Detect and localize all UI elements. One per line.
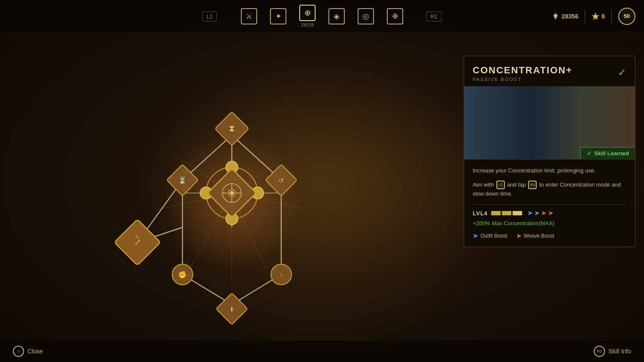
svg-point-69	[577, 118, 608, 140]
sparks-value: 8	[601, 13, 605, 20]
skill-desc2: Aim with L2 and tap R3 to enter Concentr…	[473, 181, 626, 199]
skill-info-button[interactable]: R2 Skill Info	[594, 346, 631, 357]
svg-point-61	[514, 104, 525, 120]
close-button[interactable]: ○ Close	[13, 346, 43, 357]
close-label: Close	[27, 348, 43, 355]
weapons-icon: ⚔	[241, 8, 257, 24]
divider	[585, 10, 585, 23]
learned-check-icon: ✓	[618, 66, 626, 78]
pip-2	[502, 211, 511, 215]
resources: 28356 8 50	[552, 8, 635, 25]
svg-marker-66	[537, 118, 539, 121]
svg-line-77	[605, 133, 611, 142]
svg-line-65	[517, 120, 539, 121]
weave-boost-label: Weave Boost	[524, 233, 554, 239]
nav-skills[interactable]: ✦	[270, 8, 286, 24]
svg-text:⬇: ⬇	[229, 306, 234, 313]
trigger-r1[interactable]: R1	[426, 12, 442, 21]
svg-line-62	[515, 118, 526, 123]
divider2	[611, 10, 612, 23]
boost-legend: ➤ Outfit Boost ➤ Weave Boost	[473, 232, 626, 240]
shards-icon	[552, 12, 559, 20]
outfit-boost-icon: ➤	[473, 232, 478, 240]
skill-tree-svg: ⧗ ⌛ ↺ ⤢ ⤡ ✊ ↑ ⬇	[103, 47, 361, 326]
outfit-boost-legend: ➤ Outfit Boost	[473, 232, 507, 240]
info-header: CONCENTRATION+ PASSIVE BOOST ✓	[464, 56, 635, 86]
skill-desc1: Increase your Concentration limit, prolo…	[473, 166, 626, 175]
trigger-l1[interactable]: L1	[202, 12, 217, 21]
svg-marker-1	[592, 13, 599, 20]
svg-point-71	[573, 118, 590, 131]
svg-text:⌛: ⌛	[178, 176, 187, 184]
nav-map[interactable]: ◎	[358, 8, 374, 24]
skill-title: CONCENTRATION+	[473, 65, 572, 76]
skill-learned-check: ✓	[587, 150, 592, 157]
svg-text:⤡: ⤡	[135, 233, 140, 240]
level-badge: 50	[618, 8, 635, 25]
quests-icon: ❉	[387, 8, 403, 24]
svg-point-70	[580, 119, 605, 135]
nav-focus[interactable]: ⊕ 29/29	[299, 5, 316, 27]
level-pips: ➤ ➤ ➤ ➤	[491, 210, 553, 217]
outfit-boost-label: Outfit Boost	[480, 233, 507, 239]
level-label: LVL4	[473, 210, 488, 217]
skill-tree-area: ⧗ ⌛ ↺ ⤢ ⤡ ✊ ↑ ⬇	[0, 32, 464, 341]
skill-info-icon: R2	[594, 346, 605, 357]
svg-line-63	[526, 120, 537, 123]
svg-point-73	[582, 121, 584, 124]
svg-line-76	[599, 136, 601, 146]
outfit-boost-arrow2: ➤	[534, 210, 540, 217]
sparks-icon	[592, 12, 599, 20]
weave-boost-arrow1: ➤	[541, 210, 547, 217]
weave-boost-legend: ➤ Weave Boost	[516, 232, 554, 240]
skill-learned-label: Skill Learned	[594, 150, 629, 157]
svg-line-75	[582, 136, 586, 146]
weave-boost-arrow2: ➤	[548, 210, 553, 217]
bottom-bar: ○ Close R2 Skill Info	[0, 341, 644, 362]
svg-marker-0	[553, 13, 558, 19]
nav-weapons[interactable]: ⚔	[241, 8, 257, 24]
svg-rect-57	[464, 86, 635, 133]
shards-value: 28356	[562, 13, 578, 20]
info-panel: CONCENTRATION+ PASSIVE BOOST ✓	[464, 56, 635, 247]
outfit-boost-arrow1: ➤	[527, 210, 533, 217]
skill-subtitle: PASSIVE BOOST	[473, 77, 572, 82]
nav-bar: L1 ⚔ ✦ ⊕ 29/29 ◈ ◎ ❉ R1	[241, 0, 403, 32]
svg-rect-67	[521, 133, 524, 145]
r3-button-icon: R3	[528, 181, 537, 189]
items-icon: ◈	[328, 8, 345, 24]
svg-point-59	[519, 105, 532, 117]
map-icon: ◎	[358, 8, 374, 24]
weave-boost-icon: ➤	[516, 232, 522, 240]
svg-text:⧗: ⧗	[229, 124, 235, 133]
svg-text:↑: ↑	[279, 271, 283, 278]
sparks-display: 8	[592, 12, 605, 20]
info-body: Increase your Concentration limit, prolo…	[464, 159, 635, 247]
nav-items[interactable]: ◈	[328, 8, 345, 24]
pip-1	[491, 211, 501, 215]
svg-point-60	[516, 101, 527, 119]
svg-text:↺: ↺	[279, 177, 284, 184]
skill-info-label: Skill Info	[608, 348, 631, 355]
svg-line-74	[573, 133, 580, 142]
svg-rect-68	[525, 133, 529, 145]
svg-rect-58	[522, 116, 529, 133]
close-button-icon: ○	[13, 346, 24, 357]
slot-count: 29/29	[301, 22, 314, 27]
svg-point-72	[577, 122, 580, 126]
divider	[473, 204, 626, 205]
node-lower-right: ↑	[271, 264, 292, 285]
pip-3	[513, 211, 522, 215]
node-lower-left: ✊	[172, 264, 193, 285]
skills-icon: ✦	[270, 8, 286, 24]
info-title-block: CONCENTRATION+ PASSIVE BOOST	[473, 65, 572, 82]
max-stat: +200% Max Concentration(MAX)	[473, 220, 626, 226]
focus-icon: ⊕	[299, 5, 316, 21]
nav-quests[interactable]: ❉	[387, 8, 403, 24]
l2-button-icon: L2	[496, 181, 505, 189]
svg-text:✊: ✊	[178, 271, 187, 279]
top-bar: L1 ⚔ ✦ ⊕ 29/29 ◈ ◎ ❉ R1	[0, 0, 644, 32]
shards-display: 28356	[552, 12, 578, 20]
level-row: LVL4 ➤ ➤ ➤ ➤	[473, 210, 626, 217]
skill-learned-badge: ✓ Skill Learned	[580, 147, 635, 159]
